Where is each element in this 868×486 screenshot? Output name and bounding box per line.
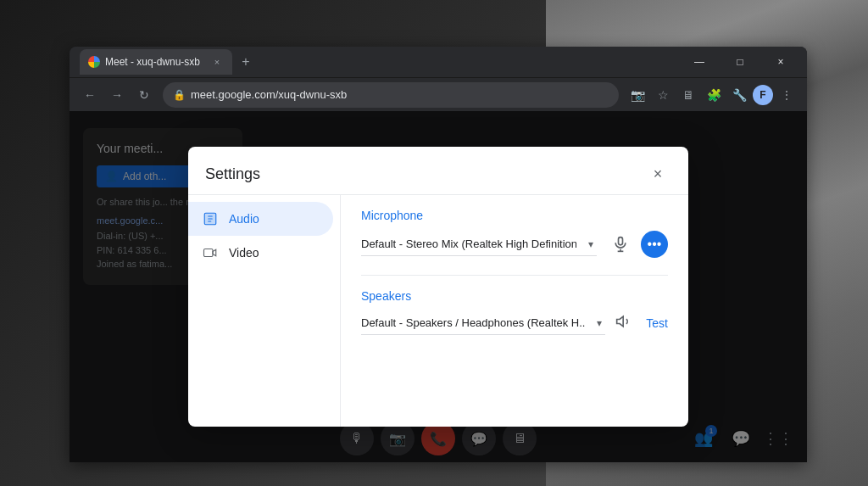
settings-sidebar: Audio Video	[188, 195, 341, 427]
toolbar-extensions: 📷 ☆ 🖥 🧩 🔧 F ⋮	[626, 83, 798, 107]
chrome-tab[interactable]: Meet - xuq-dwnu-sxb ×	[80, 49, 232, 75]
chrome-toolbar: ← → ↻ 🔒 meet.google.com/xuq-dwnu-sxb 📷 ☆…	[70, 77, 807, 111]
test-speakers-button[interactable]: Test	[646, 316, 668, 330]
speakers-select-wrapper: Default - Speakers / Headphones (Realtek…	[361, 311, 605, 335]
meet-background: Your meeti... 👤 Add oth... Or share this…	[70, 111, 807, 462]
svg-rect-3	[619, 237, 623, 245]
browser-window: Meet - xuq-dwnu-sxb × + — □ × ← → ↻ 🔒 me…	[70, 47, 807, 462]
speakers-row: Default - Speakers / Headphones (Realtek…	[361, 311, 668, 335]
menu-icon[interactable]: ⋮	[775, 83, 798, 107]
settings-nav-audio[interactable]: Audio	[188, 202, 333, 236]
audio-nav-label: Audio	[229, 212, 259, 226]
more-options-mic-button[interactable]: •••	[641, 231, 668, 258]
extensions-icon[interactable]: 🧩	[702, 83, 726, 107]
camera-icon[interactable]: 📷	[626, 83, 649, 107]
tab-title: Meet - xuq-dwnu-sxb	[105, 56, 205, 68]
settings-body: Audio Video Micr	[188, 195, 688, 427]
back-button[interactable]: ←	[78, 83, 102, 107]
speakers-select[interactable]: Default - Speakers / Headphones (Realtek…	[361, 311, 605, 335]
puzzle-icon[interactable]: 🔧	[727, 83, 751, 107]
minimize-button[interactable]: —	[680, 49, 719, 75]
new-tab-button[interactable]: +	[236, 52, 256, 72]
profile-avatar[interactable]: F	[753, 85, 773, 105]
address-bar[interactable]: 🔒 meet.google.com/xuq-dwnu-sxb	[163, 82, 619, 108]
divider	[361, 275, 668, 276]
close-button[interactable]: ×	[761, 49, 800, 75]
reload-button[interactable]: ↻	[132, 83, 156, 107]
settings-close-button[interactable]: ×	[644, 160, 671, 187]
maximize-button[interactable]: □	[721, 49, 760, 75]
settings-content: Microphone Default - Stereo Mix (Realtek…	[341, 195, 688, 427]
lock-icon: 🔒	[173, 89, 186, 101]
settings-header: Settings ×	[188, 147, 688, 195]
speakers-action-icons: Test	[615, 313, 668, 334]
mic-level-button[interactable]	[607, 231, 634, 258]
microphone-action-icons: •••	[607, 231, 668, 258]
speaker-volume-icon	[615, 313, 632, 334]
svg-rect-2	[204, 249, 214, 257]
url-text: meet.google.com/xuq-dwnu-sxb	[191, 88, 609, 101]
settings-nav-video[interactable]: Video	[188, 236, 333, 270]
browser-content: Your meeti... 👤 Add oth... Or share this…	[70, 111, 807, 462]
bookmark-icon[interactable]: ☆	[651, 83, 675, 107]
settings-title: Settings	[205, 165, 260, 183]
microphone-select[interactable]: Default - Stereo Mix (Realtek High Defin…	[361, 232, 597, 256]
meet-favicon-icon	[88, 56, 100, 68]
cast-icon[interactable]: 🖥	[676, 83, 700, 107]
tab-close-button[interactable]: ×	[210, 55, 224, 69]
modal-overlay: Settings × Audio	[70, 111, 807, 462]
microphone-row: Default - Stereo Mix (Realtek High Defin…	[361, 231, 668, 258]
chrome-titlebar: Meet - xuq-dwnu-sxb × + — □ ×	[70, 47, 807, 77]
forward-button[interactable]: →	[105, 83, 129, 107]
window-controls: — □ ×	[680, 49, 800, 75]
speakers-section-title: Speakers	[361, 289, 668, 303]
more-dots-icon: •••	[648, 237, 662, 252]
svg-marker-6	[617, 316, 624, 327]
audio-nav-icon	[202, 210, 219, 227]
settings-modal: Settings × Audio	[188, 147, 688, 427]
microphone-section-title: Microphone	[361, 209, 668, 222]
video-nav-label: Video	[229, 246, 259, 260]
microphone-select-wrapper: Default - Stereo Mix (Realtek High Defin…	[361, 232, 597, 256]
video-nav-icon	[202, 244, 219, 261]
